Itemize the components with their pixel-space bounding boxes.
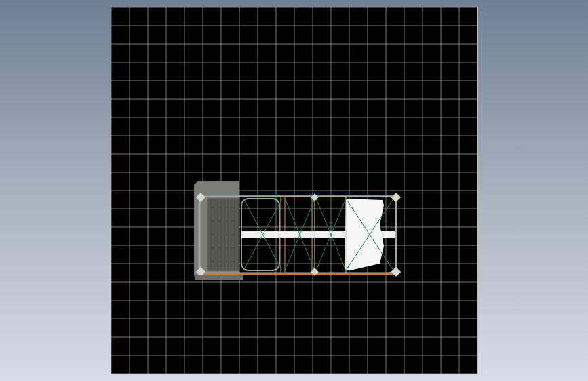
svg-point-63 [219, 247, 220, 249]
right-white-panel [345, 199, 384, 270]
corner-fastener [391, 267, 401, 277]
svg-point-53 [233, 207, 234, 208]
svg-point-69 [233, 261, 234, 262]
floor-shadow [195, 275, 243, 280]
drawing-canvas[interactable] [111, 7, 478, 374]
model-top-view [194, 181, 401, 280]
svg-rect-83 [391, 267, 401, 277]
frame-outer-highlight-top [197, 195, 398, 196]
canvas-svg [111, 7, 477, 374]
svg-point-56 [226, 220, 227, 222]
svg-point-52 [226, 207, 227, 208]
grid [111, 7, 477, 374]
svg-point-66 [212, 261, 214, 262]
svg-point-68 [226, 261, 227, 262]
cad-viewport[interactable] [0, 0, 588, 381]
svg-point-54 [212, 220, 214, 222]
svg-point-58 [212, 234, 214, 235]
svg-point-50 [212, 207, 214, 208]
svg-point-59 [219, 234, 220, 235]
corner-fastener [391, 193, 401, 202]
svg-point-61 [233, 234, 234, 235]
svg-point-62 [212, 247, 214, 249]
svg-point-51 [219, 207, 220, 208]
svg-point-65 [233, 247, 234, 249]
svg-point-67 [219, 261, 220, 262]
svg-point-64 [226, 247, 227, 249]
svg-point-57 [233, 220, 234, 222]
frame-outer-highlight-bot [197, 273, 398, 275]
left-hatched-block [208, 199, 239, 270]
svg-rect-82 [391, 193, 401, 202]
svg-point-60 [226, 234, 227, 235]
svg-point-55 [219, 220, 220, 222]
